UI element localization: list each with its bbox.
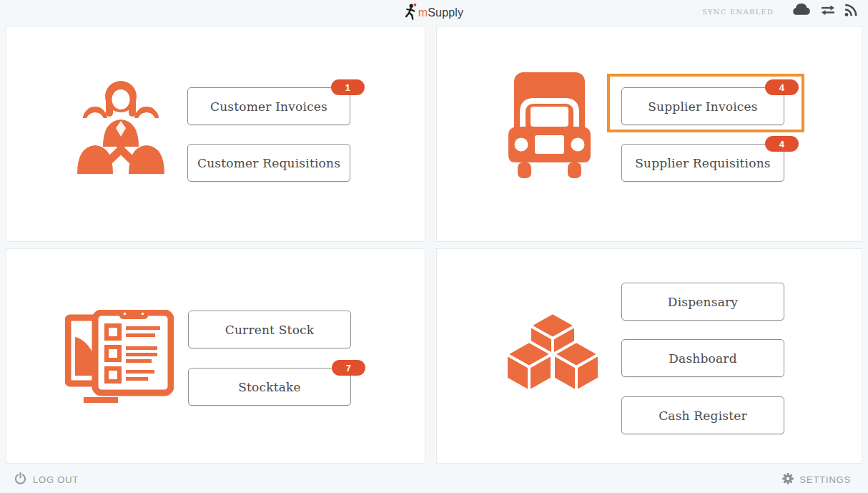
customer-requisitions-label: Customer Requisitions xyxy=(197,156,340,170)
power-icon xyxy=(14,472,26,487)
customers-people-icon xyxy=(76,78,166,182)
customers-card: Customer Invoices 1 Customer Requisition… xyxy=(6,26,425,242)
sync-arrows-icon xyxy=(819,4,837,19)
supplier-requisitions-button[interactable]: Supplier Requisitions 4 xyxy=(621,144,784,182)
modules-cubes-icon xyxy=(505,308,601,396)
dashboard-label: Dashboard xyxy=(669,351,737,366)
dispensary-label: Dispensary xyxy=(668,295,738,309)
stock-monitor-clipboard-icon xyxy=(65,310,174,409)
supplier-truck-icon xyxy=(508,72,591,181)
stocktake-button[interactable]: Stocktake 7 xyxy=(188,368,351,406)
sync-status-area: SYNC ENABLED xyxy=(702,0,858,23)
stocktake-badge: 7 xyxy=(332,360,365,376)
sync-status-label: SYNC ENABLED xyxy=(702,8,774,16)
cloud-icon xyxy=(789,2,812,21)
msupply-logo: mSupply xyxy=(405,3,464,23)
settings-label: SETTINGS xyxy=(800,474,851,485)
customer-invoices-button[interactable]: Customer Invoices 1 xyxy=(187,87,350,125)
settings-button[interactable]: SETTINGS xyxy=(782,473,851,487)
current-stock-button[interactable]: Current Stock xyxy=(188,311,351,348)
running-man-icon xyxy=(405,3,417,23)
customer-invoices-label: Customer Invoices xyxy=(210,99,327,114)
log-out-label: LOG OUT xyxy=(33,474,79,485)
current-stock-label: Current Stock xyxy=(225,323,315,337)
rss-icon xyxy=(844,3,858,20)
gear-icon xyxy=(782,473,794,487)
cash-register-label: Cash Register xyxy=(659,409,747,423)
supplier-invoices-label: Supplier Invoices xyxy=(648,99,757,114)
customer-invoices-badge: 1 xyxy=(331,79,365,95)
supplier-requisitions-badge: 4 xyxy=(765,136,799,152)
dashboard-button[interactable]: Dashboard xyxy=(621,339,784,377)
stock-card: Current Stock Stocktake 7 xyxy=(6,248,425,464)
suppliers-card: Supplier Invoices 4 Supplier Requisition… xyxy=(436,26,862,242)
log-out-button[interactable]: LOG OUT xyxy=(14,472,79,487)
stocktake-label: Stocktake xyxy=(238,380,301,394)
dispensary-button[interactable]: Dispensary xyxy=(621,283,784,321)
supplier-requisitions-label: Supplier Requisitions xyxy=(635,156,771,170)
modules-card: Dispensary Dashboard Cash Register xyxy=(436,248,862,464)
supplier-invoices-badge: 4 xyxy=(765,79,799,95)
customer-requisitions-button[interactable]: Customer Requisitions xyxy=(187,144,350,182)
msupply-home-screen: { "header": { "brand": { "m": "m", "rest… xyxy=(0,0,868,493)
supplier-invoices-button[interactable]: Supplier Invoices 4 xyxy=(621,87,784,125)
cash-register-button[interactable]: Cash Register xyxy=(621,396,784,434)
brand-text: mSupply xyxy=(418,6,464,19)
header: mSupply SYNC ENABLED xyxy=(0,0,868,23)
